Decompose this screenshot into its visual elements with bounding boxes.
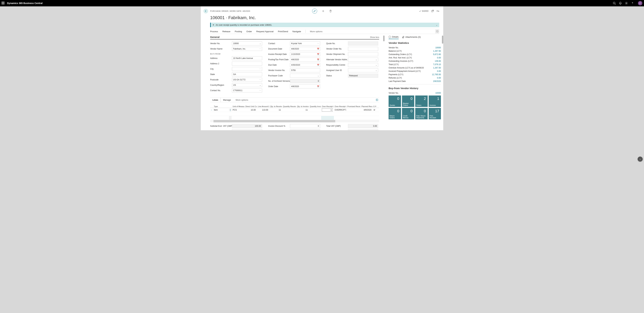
grid-row[interactable]: → Item ⋮ PCS 10.00 110.00 11 11 1 OVERRC… [210, 108, 379, 112]
action-release[interactable]: Release [222, 29, 230, 34]
stat-payments[interactable]: 12,765.50 [432, 73, 441, 76]
vendor-order-no-input[interactable] [348, 47, 378, 51]
action-print-send[interactable]: Print/Send [278, 29, 288, 34]
calendar-icon[interactable]: 📅 [317, 53, 320, 56]
user-avatar[interactable]: F [638, 1, 642, 5]
inv-discount-pct-input[interactable]: 0 [290, 124, 320, 128]
ellipsis-icon[interactable]: ⋯ [317, 42, 320, 45]
vendor-name-input[interactable]: Fabrikam, Inc.⋯ [232, 47, 262, 51]
edit-button[interactable] [312, 9, 317, 14]
action-more-options[interactable]: More options [310, 29, 322, 34]
settings-icon[interactable] [625, 2, 628, 5]
calendar-icon[interactable]: 📅 [317, 85, 320, 88]
new-button[interactable] [322, 10, 324, 13]
tile-orders[interactable]: 2Orders [415, 96, 428, 107]
dropdown-icon[interactable]: ⌄ [258, 42, 262, 45]
state-input[interactable]: GA [232, 72, 262, 76]
app-launcher-icon[interactable] [2, 2, 5, 5]
postcode-input[interactable]: US-GA 31772⋯ [232, 78, 262, 82]
hist-vendor-no[interactable]: 10000 [435, 92, 441, 94]
calendar-icon[interactable]: 📅 [317, 58, 320, 61]
factbox-tab-details[interactable]: iDetails [388, 36, 399, 39]
due-date-input[interactable]: 4/30/2020📅 [290, 63, 320, 67]
grid-empty-row[interactable] [210, 112, 379, 116]
calendar-icon[interactable]: 📅 [317, 64, 320, 67]
contact-input[interactable]: Krystal York⋯ [290, 42, 320, 46]
ellipsis-icon[interactable]: ⋯ [258, 47, 262, 50]
grid-empty-row[interactable] [210, 116, 379, 120]
action-posting[interactable]: Posting [235, 29, 242, 34]
tile-credit-memos[interactable]: 0Credit Memos [402, 108, 414, 119]
calendar-icon[interactable]: 📅 [317, 47, 320, 50]
order-date-input[interactable]: 4/8/2020📅 [290, 84, 320, 88]
tile-quotes[interactable]: 0Quotes [388, 96, 401, 107]
lines-maximize-icon[interactable] [376, 99, 378, 101]
tile-invoices[interactable]: 1Invoices [429, 96, 441, 107]
lines-manage[interactable]: Manage [221, 99, 233, 101]
city-input[interactable]: ⋯ [232, 67, 262, 71]
lines-more-options[interactable]: More options [233, 99, 250, 101]
alt-vendor-addr-input[interactable]: ⌄ [348, 58, 378, 62]
ellipsis-icon[interactable]: ⋯ [258, 89, 262, 92]
tile-pstd-receipts[interactable]: 17Pstd. Receipts [429, 108, 441, 119]
grid-hscrollbar[interactable] [210, 120, 379, 122]
country-input[interactable]: US⌄ [232, 83, 262, 87]
delete-button[interactable] [329, 10, 332, 13]
tile-pstd-return-shipments[interactable]: 0Pstd. Return Shipments [415, 108, 428, 119]
search-icon[interactable] [613, 2, 616, 5]
purchaser-code-input[interactable]: ⌄ [290, 74, 320, 78]
back-button[interactable] [204, 9, 208, 14]
dropdown-icon[interactable]: ⌄ [375, 58, 378, 61]
dropdown-icon[interactable]: ⌄ [375, 69, 378, 72]
stat-refunds[interactable]: 0.00 [437, 77, 441, 79]
help-icon[interactable] [631, 2, 634, 5]
assigned-user-input[interactable]: ⌄ [348, 68, 378, 72]
stat-out-inv[interactable]: 139.00 [435, 60, 441, 62]
buy-from-label: BUY-FROM [210, 52, 263, 55]
tile-blanket-orders[interactable]: 0Blanket Orders [402, 96, 414, 107]
responsibility-centre-input[interactable]: ⌄ [348, 63, 378, 67]
attachment-icon [402, 36, 404, 38]
row-menu-icon[interactable]: ⋮ [230, 109, 231, 111]
ellipsis-icon[interactable]: ⋯ [258, 78, 262, 81]
vendor-no-input[interactable]: 10000⌄ [232, 42, 262, 46]
dropdown-icon[interactable]: ⌄ [258, 84, 262, 87]
stat-vendor-no[interactable]: 10000 [435, 47, 441, 49]
notice-close-icon[interactable]: ✕ [212, 24, 214, 26]
tile-return-orders[interactable]: 0Return Orders [388, 108, 401, 119]
stat-inv-pre[interactable]: 0.00 [437, 70, 441, 72]
posting-date-input[interactable]: 4/8/2020📅 [290, 58, 320, 62]
action-navigate[interactable]: Navigate [292, 29, 301, 34]
info-icon[interactable]: ⓘ [435, 29, 439, 33]
popout-icon[interactable] [431, 10, 434, 13]
dropdown-icon[interactable]: ⌄ [317, 74, 320, 77]
stat-total[interactable]: 7,079.10 [433, 63, 441, 66]
over-receipt-qty-input[interactable]: 1 [322, 108, 332, 112]
action-process[interactable]: Process [210, 29, 218, 34]
dropdown-icon[interactable]: ⌄ [375, 64, 378, 67]
stat-overdue[interactable]: 1,267.50 [433, 67, 441, 69]
invoice-receipt-date-input[interactable]: 1/13/2020📅 [290, 52, 320, 56]
stat-out-orders[interactable]: 5,672.60 [433, 53, 441, 56]
stat-balance[interactable]: 1,267.50 [433, 50, 441, 52]
document-date-input[interactable]: 4/8/2020📅 [290, 47, 320, 51]
notice-expand-icon[interactable]: ⌄ [436, 24, 438, 26]
stat-amt-rcd[interactable]: 0.00 [437, 57, 441, 59]
vendor-shipment-no-input[interactable] [348, 52, 378, 56]
collapse-icon[interactable] [436, 10, 439, 13]
address-input[interactable]: 10 North Lake Avenue [232, 56, 262, 60]
stat-last-pay[interactable]: 2/8/2020 [433, 80, 441, 82]
ellipsis-icon[interactable]: ⋯ [258, 68, 262, 71]
fact-scrollbar[interactable] [442, 36, 443, 44]
address2-input[interactable] [232, 62, 262, 66]
show-less-link[interactable]: Show less [370, 36, 379, 39]
contact-no-input[interactable]: CT000011⋯ [232, 88, 262, 93]
factbox-tab-attachments[interactable]: Attachments (0) [402, 36, 421, 39]
lines-tab[interactable]: Lines [210, 98, 221, 102]
notification-icon[interactable] [619, 2, 622, 5]
fact-left-scrollbar[interactable] [383, 36, 384, 41]
inv-discount-amount-input[interactable]: 0.00 [232, 129, 262, 130]
action-request-approval[interactable]: Request Approval [256, 29, 274, 34]
vendor-invoice-no-input[interactable]: 5755 [290, 68, 320, 72]
action-order[interactable]: Order [246, 29, 252, 34]
